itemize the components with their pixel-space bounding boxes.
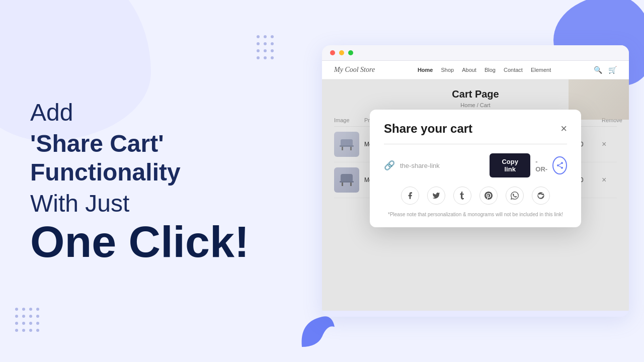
modal-note: *Please note that personalization & mono… bbox=[384, 212, 567, 217]
modal-divider bbox=[384, 144, 567, 144]
store-navbar: My Cool Store Home Shop About Blog Conta… bbox=[322, 61, 629, 79]
share-link-input[interactable] bbox=[400, 162, 485, 169]
dot bbox=[271, 56, 274, 59]
share-cart-functionality-text: 'Share Cart' Functionality bbox=[30, 129, 312, 187]
link-row: 🔗 Copy link -OR- bbox=[384, 153, 567, 177]
dot bbox=[15, 322, 18, 325]
with-just-text: With Just bbox=[30, 189, 312, 218]
tumblr-share-button[interactable] bbox=[453, 187, 471, 205]
link-icon: 🔗 bbox=[384, 160, 395, 171]
modal-overlay: Share your cart × 🔗 Copy link -OR- bbox=[322, 79, 629, 311]
browser-close-dot bbox=[330, 50, 335, 55]
nav-about[interactable]: About bbox=[462, 67, 476, 73]
svg-line-12 bbox=[558, 163, 561, 165]
dot bbox=[264, 56, 267, 59]
dot bbox=[257, 42, 260, 45]
or-label: -OR- bbox=[535, 158, 547, 173]
dot bbox=[271, 42, 274, 45]
pinterest-share-button[interactable] bbox=[479, 187, 498, 205]
browser-mockup: My Cool Store Home Shop About Blog Conta… bbox=[322, 45, 629, 317]
dot bbox=[264, 49, 267, 52]
dot bbox=[271, 35, 274, 38]
dot bbox=[15, 315, 18, 318]
svg-point-8 bbox=[561, 162, 563, 164]
dot-grid-top bbox=[257, 35, 274, 59]
store-nav-icons: 🔍 🛒 bbox=[594, 66, 617, 74]
dot bbox=[36, 315, 39, 318]
dot bbox=[271, 49, 274, 52]
facebook-share-button[interactable] bbox=[401, 187, 419, 205]
modal-title: Share your cart bbox=[384, 122, 472, 136]
dot bbox=[29, 329, 32, 332]
add-text: Add bbox=[30, 98, 312, 127]
whatsapp-share-button[interactable] bbox=[506, 187, 524, 205]
dot bbox=[257, 35, 260, 38]
dot bbox=[257, 49, 260, 52]
store-logo: My Cool Store bbox=[334, 66, 375, 74]
cart-icon[interactable]: 🛒 bbox=[608, 66, 617, 74]
browser-minimize-dot bbox=[339, 50, 344, 55]
dot bbox=[29, 315, 32, 318]
nav-blog[interactable]: Blog bbox=[485, 67, 496, 73]
share-modal: Share your cart × 🔗 Copy link -OR- bbox=[370, 110, 581, 227]
left-panel: Add 'Share Cart' Functionality With Just… bbox=[30, 98, 312, 264]
dot bbox=[22, 308, 25, 311]
dot bbox=[36, 308, 39, 311]
share-icon-button[interactable] bbox=[552, 156, 567, 174]
dot bbox=[36, 322, 39, 325]
svg-line-11 bbox=[558, 166, 561, 167]
cart-page: Cart Page Home / Cart Image Product Pric… bbox=[322, 79, 629, 311]
dot bbox=[22, 322, 25, 325]
nav-home[interactable]: Home bbox=[418, 67, 433, 73]
svg-point-9 bbox=[557, 164, 559, 166]
dot bbox=[29, 322, 32, 325]
nav-shop[interactable]: Shop bbox=[441, 67, 454, 73]
dot bbox=[15, 329, 18, 332]
blue-curve-decoration bbox=[297, 312, 337, 352]
reddit-share-button[interactable] bbox=[532, 187, 550, 205]
twitter-share-button[interactable] bbox=[427, 187, 445, 205]
store-nav-links: Home Shop About Blog Contact Element bbox=[418, 67, 551, 73]
dot bbox=[257, 56, 260, 59]
dot-grid-bottom bbox=[15, 308, 39, 332]
dot bbox=[36, 329, 39, 332]
copy-link-button[interactable]: Copy link bbox=[490, 153, 530, 177]
social-icons-row bbox=[384, 187, 567, 205]
dot bbox=[264, 35, 267, 38]
nav-contact[interactable]: Contact bbox=[504, 67, 523, 73]
dot bbox=[29, 308, 32, 311]
dot bbox=[22, 315, 25, 318]
browser-maximize-dot bbox=[348, 50, 353, 55]
dot bbox=[264, 42, 267, 45]
dot bbox=[15, 308, 18, 311]
search-icon[interactable]: 🔍 bbox=[594, 66, 602, 74]
svg-point-10 bbox=[561, 167, 563, 169]
nav-element[interactable]: Element bbox=[531, 67, 551, 73]
modal-header: Share your cart × bbox=[384, 122, 567, 136]
dot bbox=[22, 329, 25, 332]
browser-chrome bbox=[322, 45, 629, 61]
one-click-text: One Click! bbox=[30, 220, 312, 264]
modal-close-button[interactable]: × bbox=[560, 123, 567, 134]
